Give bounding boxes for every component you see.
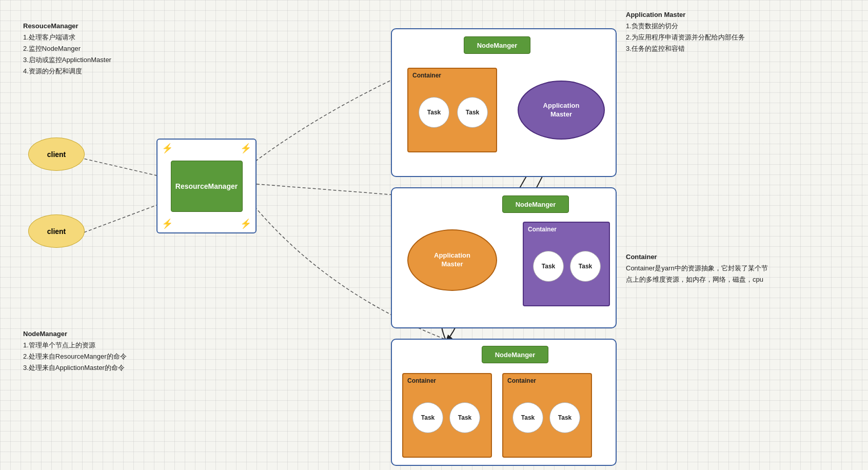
cluster-1: NodeManger Container Task Task Applicati… bbox=[391, 28, 617, 177]
cluster3-task-1: Task bbox=[412, 402, 443, 433]
cluster2-task-1: Task bbox=[533, 251, 564, 282]
cluster3-container-orange-2: Container Task Task bbox=[502, 373, 592, 458]
cluster1-app-master: ApplicationMaster bbox=[518, 81, 605, 140]
cluster2-container-purple: Container Task Task bbox=[523, 222, 610, 306]
client-1: client bbox=[28, 138, 85, 171]
cluster3-task-4: Task bbox=[549, 402, 580, 433]
cluster-2: NodeManger ApplicationMaster Container T… bbox=[391, 187, 617, 328]
cluster3-container-orange-1: Container Task Task bbox=[402, 373, 492, 458]
cluster-3: NodeManger Container Task Task Container… bbox=[391, 339, 617, 466]
resource-manager-annotation: ResouceManager 1.处理客户端请求 2.监控NodeManger … bbox=[23, 21, 111, 77]
cluster3-node-manager: NodeManger bbox=[482, 346, 548, 363]
node-manager-annotation: NodeManager 1.管理单个节点上的资源 2.处理来自ResourceM… bbox=[23, 328, 127, 374]
resource-manager-box: ResourceManager bbox=[171, 161, 243, 212]
cluster3-task-3: Task bbox=[512, 402, 543, 433]
cluster1-task-2: Task bbox=[457, 97, 488, 128]
cluster3-task-2: Task bbox=[449, 402, 480, 433]
resource-manager-outer-box: ⚡ ⚡ ⚡ ⚡ ResourceManager bbox=[156, 139, 257, 233]
cluster1-task-1: Task bbox=[419, 97, 449, 128]
svg-line-0 bbox=[74, 156, 163, 177]
cluster1-container-orange: Container Task Task bbox=[407, 68, 497, 152]
cluster2-app-master: ApplicationMaster bbox=[407, 229, 497, 291]
cluster2-node-manager: NodeManger bbox=[502, 195, 569, 213]
cluster2-task-2: Task bbox=[570, 251, 601, 282]
application-master-annotation: Application Master 1.负责数据的切分 2.为应用程序申请资源… bbox=[626, 9, 745, 54]
client-2: client bbox=[28, 214, 85, 248]
svg-line-1 bbox=[74, 203, 163, 236]
cluster1-node-manager: NodeManger bbox=[464, 36, 530, 54]
container-annotation: Container Container是yarn中的资源抽象，它封装了某个节点上… bbox=[626, 251, 770, 285]
